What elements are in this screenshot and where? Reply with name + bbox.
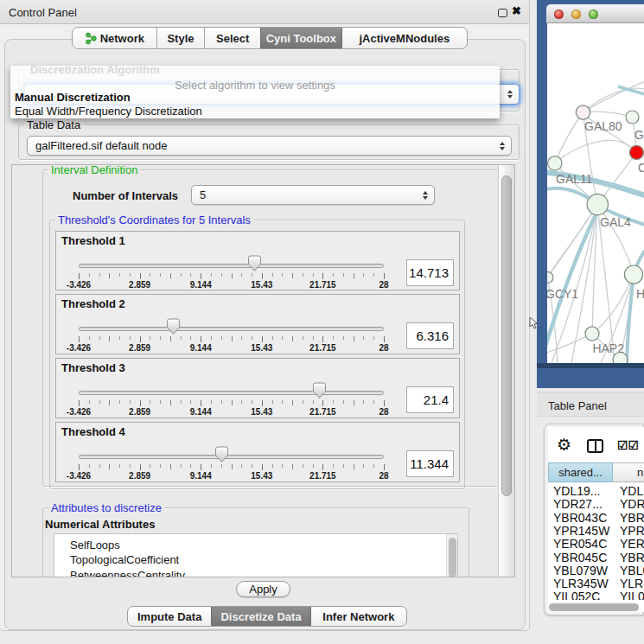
attribute-list-item[interactable]: TopologicalCoefficient — [54, 552, 457, 567]
slider-tick-label: 28 — [365, 471, 403, 481]
slider-minor-tick — [313, 464, 314, 468]
network-node[interactable] — [585, 327, 599, 341]
network-node[interactable] — [624, 265, 642, 284]
slider-minor-tick — [160, 336, 161, 340]
slider-minor-tick — [272, 400, 273, 404]
float-window-icon[interactable] — [498, 9, 507, 17]
table-row[interactable]: YDR27...YDR2 — [548, 498, 644, 511]
control-panel-window: Control Panel ✖ Discretization Algorithm… — [0, 0, 530, 631]
dropdown-option-prompt[interactable]: Select algorithm to view settings — [10, 79, 500, 92]
slider-tick-label: 15.43 — [243, 343, 281, 353]
apply-button[interactable]: Apply — [236, 581, 290, 597]
close-traffic-light-icon[interactable] — [554, 10, 564, 19]
slider-minor-tick — [99, 336, 100, 340]
tab-jactivemnodules[interactable]: jActiveMNodules — [341, 28, 467, 48]
slider-tick-label: 2.859 — [121, 280, 159, 290]
table-data-combobox[interactable]: galFiltered.sif default node — [27, 136, 512, 156]
tab-select[interactable]: Select — [204, 28, 260, 48]
network-canvas[interactable]: GAL80G...C...GAL11GAL4GCY1HHAP2 — [547, 23, 644, 363]
threshold-value-field[interactable]: 21.4 — [406, 386, 454, 413]
network-node[interactable] — [548, 156, 562, 170]
column-header-name[interactable]: n... — [613, 462, 644, 482]
tab-impute-data[interactable]: Impute Data — [128, 607, 211, 626]
table-row[interactable]: YLR345WYLR3 — [548, 577, 644, 590]
cell-shared-name: YBL079W — [553, 564, 608, 577]
slider-track[interactable] — [79, 391, 384, 395]
threshold-value-field[interactable]: 6.316 — [406, 322, 454, 349]
slider-thumb[interactable] — [166, 318, 181, 335]
select-checks-icon[interactable]: ☑☑ — [617, 438, 639, 452]
slider-thumb[interactable] — [247, 255, 262, 272]
table-data-combobox-value: galFiltered.sif default node — [28, 139, 494, 152]
slider-minor-tick — [89, 400, 90, 404]
tab-cyni-toolbox[interactable]: Cyni Toolbox — [260, 28, 341, 48]
tab-network[interactable]: Network — [73, 28, 156, 48]
slider-major-tick — [262, 336, 263, 342]
table-row[interactable]: YDL19...YDL1 — [548, 485, 644, 498]
settings-scrollbar-thumb[interactable] — [501, 175, 512, 496]
slider-minor-tick — [252, 464, 252, 468]
table-row[interactable]: YBR045CYBR0 — [548, 552, 644, 564]
slider-minor-tick — [343, 464, 344, 468]
cell-name: YBR0 — [620, 512, 644, 525]
dropdown-option-manual[interactable]: Manual Discretization — [15, 91, 131, 104]
numerical-attributes-list[interactable]: SelfLoopsTopologicalCoefficientBetweenne… — [54, 533, 458, 577]
attributes-list-scrollbar-thumb[interactable] — [449, 538, 456, 577]
threshold-value-field[interactable]: 14.713 — [406, 259, 454, 286]
table-row[interactable]: YPR145WYPR1 — [548, 525, 644, 538]
network-node[interactable] — [576, 105, 590, 119]
slider-thumb[interactable] — [214, 446, 229, 463]
slider-minor-tick — [292, 336, 293, 341]
minimize-traffic-light-icon[interactable] — [571, 10, 581, 19]
settings-vertical-scrollbar[interactable] — [498, 165, 514, 577]
table-row[interactable]: YIL052CYIL0 — [548, 590, 644, 600]
tab-style[interactable]: Style — [156, 28, 205, 48]
slider-tick-label: 15.43 — [243, 407, 281, 417]
slider-minor-tick — [373, 400, 374, 404]
table-row[interactable]: YER054CYER0 — [548, 538, 644, 551]
slider-tick-label: 9.144 — [182, 280, 220, 290]
table-row[interactable]: YBL079WYBL0 — [548, 564, 644, 577]
slider-track[interactable] — [79, 327, 384, 331]
slider-minor-tick — [292, 273, 293, 278]
columns-icon[interactable] — [587, 439, 603, 453]
gear-icon[interactable]: ⚙ — [557, 437, 571, 453]
slider-tick-label: 15.43 — [243, 280, 281, 290]
slider-thumb[interactable] — [312, 382, 327, 399]
threshold-coordinates-group: Threshold's Coordinates for 5 Intervals … — [49, 220, 465, 489]
tab-label: Select — [216, 32, 249, 45]
tab-infer-network[interactable]: Infer Network — [310, 607, 406, 626]
network-tab-icon — [85, 32, 97, 45]
attribute-list-item[interactable]: BetweennessCentrality — [54, 568, 457, 577]
cell-name: YIL0 — [620, 590, 644, 600]
slider-minor-tick — [282, 464, 283, 468]
table-row[interactable]: YBR043CYBR0 — [548, 512, 644, 525]
slider-minor-tick — [303, 464, 303, 468]
dropdown-option-equal-width[interactable]: Equal Width/Frequency Discretization — [15, 105, 202, 118]
attributes-group: Attributes to discretize Numerical Attri… — [42, 507, 469, 577]
slider-minor-tick — [211, 336, 212, 340]
slider-tick-label: 2.859 — [121, 471, 159, 481]
number-of-intervals-spinner[interactable]: 5 — [191, 185, 435, 205]
control-panel-titlebar[interactable]: Control Panel ✖ — [0, 0, 529, 24]
network-node[interactable] — [629, 145, 643, 159]
attribute-list-item[interactable]: SelfLoops — [54, 538, 457, 552]
column-header-shared[interactable]: shared... — [548, 462, 613, 482]
slider-track[interactable] — [79, 264, 384, 268]
slider-minor-tick — [211, 273, 212, 277]
attributes-list-scrollbar[interactable] — [446, 534, 457, 577]
network-window-titlebar[interactable] — [546, 4, 644, 23]
tab-discretize-data[interactable]: Discretize Data — [211, 607, 309, 626]
table-horizontal-scrollbar-thumb[interactable] — [549, 603, 639, 611]
network-node[interactable] — [547, 271, 553, 283]
threshold-value-field[interactable]: 11.344 — [406, 450, 454, 477]
slider-minor-tick — [363, 400, 364, 404]
network-node[interactable] — [587, 194, 608, 214]
zoom-traffic-light-icon[interactable] — [589, 10, 598, 19]
slider-track[interactable] — [79, 455, 384, 459]
close-window-icon[interactable]: ✖ — [512, 4, 521, 17]
slider-minor-tick — [241, 336, 242, 340]
network-node[interactable] — [626, 111, 639, 124]
slider-minor-tick — [282, 400, 283, 404]
slider-minor-tick — [181, 273, 182, 277]
